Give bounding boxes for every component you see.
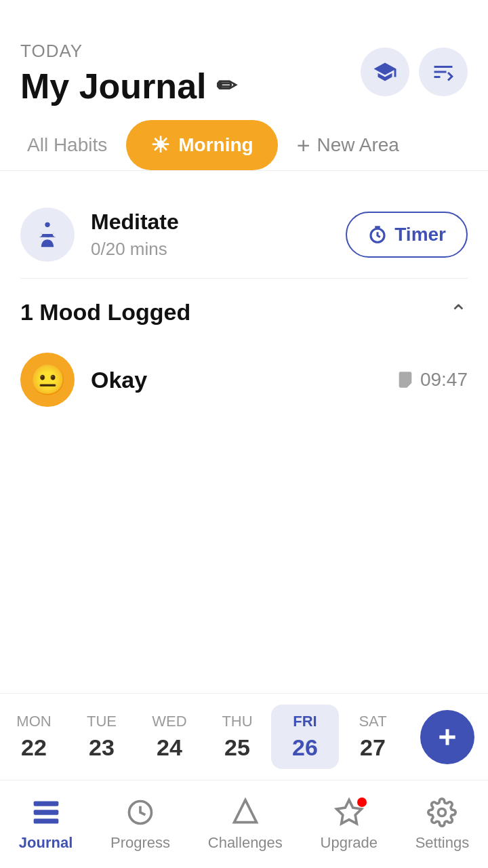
svg-marker-8 — [234, 800, 256, 822]
page-title: My Journal ✏ — [20, 66, 237, 106]
cal-day-num: 26 — [292, 734, 318, 761]
tab-morning-label: Morning — [178, 134, 253, 156]
nav-item-upgrade[interactable]: Upgrade — [321, 797, 378, 852]
today-label: TODAY — [20, 41, 237, 62]
timer-label: Timer — [394, 224, 446, 245]
settings-nav-label: Settings — [415, 834, 470, 852]
upgrade-nav-label: Upgrade — [321, 834, 378, 852]
cal-day-label: MON — [16, 713, 51, 730]
sort-icon — [431, 60, 455, 84]
svg-point-10 — [439, 808, 446, 816]
habit-item-meditate: Meditate 0/20 mins Timer — [20, 191, 468, 279]
sort-button[interactable] — [419, 47, 468, 96]
plus-icon: + — [297, 132, 310, 159]
mood-time: 09:47 — [396, 369, 468, 391]
calendar-strip: MON 22 TUE 23 WED 24 THU 25 FRI 26 SAT 2… — [0, 693, 488, 780]
journal-icon-wrap — [31, 797, 61, 830]
cal-day-num: 27 — [360, 734, 386, 761]
mood-timestamp: 09:47 — [420, 369, 468, 391]
new-area-label: New Area — [317, 134, 399, 156]
tab-morning[interactable]: ☀ Morning — [126, 120, 277, 170]
svg-rect-6 — [33, 818, 58, 823]
nav-item-journal[interactable]: Journal — [19, 797, 73, 852]
habit-name: Meditate — [91, 210, 329, 235]
habit-icon-wrap — [20, 208, 75, 262]
mood-emoji: 😐 — [20, 353, 75, 407]
cal-day-num: 24 — [157, 734, 182, 761]
note-icon — [396, 370, 415, 389]
cal-day-24[interactable]: WED 24 — [136, 705, 203, 769]
mood-section-header[interactable]: 1 Mood Logged ⌃ — [20, 279, 468, 339]
bottom-nav: Journal Progress Challenges Upgrade — [0, 780, 488, 868]
timer-icon — [367, 224, 388, 245]
challenges-icon-wrap — [230, 797, 260, 830]
upgrade-icon-wrap — [334, 797, 364, 830]
nav-item-challenges[interactable]: Challenges — [208, 797, 283, 852]
graduation-cap-button[interactable] — [361, 47, 409, 96]
journal-title: My Journal — [20, 66, 207, 106]
journal-nav-label: Journal — [19, 834, 73, 852]
upgrade-dot — [357, 797, 367, 807]
content-area: Meditate 0/20 mins Timer 1 Mood Logged ⌃… — [0, 171, 488, 441]
settings-icon-wrap — [427, 797, 457, 830]
chevron-up-icon: ⌃ — [449, 300, 468, 326]
add-entry-button[interactable] — [420, 710, 474, 764]
progress-icon-wrap — [125, 797, 155, 830]
cal-day-label: FRI — [293, 713, 317, 730]
mood-label: Okay — [91, 367, 380, 393]
timer-button[interactable]: Timer — [346, 212, 468, 258]
header-icons — [361, 47, 468, 96]
header-left: TODAY My Journal ✏ — [20, 41, 237, 106]
cal-day-23[interactable]: TUE 23 — [68, 705, 136, 769]
svg-rect-4 — [33, 801, 58, 806]
challenges-nav-label: Challenges — [208, 834, 283, 852]
tab-new-area[interactable]: + New Area — [283, 123, 413, 168]
cal-day-27[interactable]: SAT 27 — [339, 705, 407, 769]
header: TODAY My Journal ✏ — [0, 0, 488, 120]
svg-rect-5 — [33, 810, 58, 814]
habit-progress: 0/20 mins — [91, 239, 329, 260]
cal-day-num: 23 — [89, 734, 115, 761]
cal-day-label: WED — [152, 713, 186, 730]
habit-info: Meditate 0/20 mins — [91, 210, 329, 260]
cal-day-22[interactable]: MON 22 — [0, 705, 68, 769]
nav-item-progress[interactable]: Progress — [110, 797, 170, 852]
meditation-icon — [33, 220, 62, 250]
graduation-cap-icon — [373, 60, 397, 84]
cal-day-label: TUE — [87, 713, 117, 730]
progress-nav-label: Progress — [110, 834, 170, 852]
edit-icon[interactable]: ✏ — [216, 72, 237, 100]
mood-entry[interactable]: 😐 Okay 09:47 — [20, 339, 468, 420]
mood-logged-text: 1 Mood Logged — [20, 299, 190, 326]
tab-bar: All Habits ☀ Morning + New Area — [0, 120, 488, 171]
cal-day-26[interactable]: FRI 26 — [271, 705, 339, 769]
plus-circle-icon — [434, 724, 461, 751]
calendar-days: MON 22 TUE 23 WED 24 THU 25 FRI 26 SAT 2… — [0, 705, 420, 769]
svg-point-0 — [45, 222, 49, 227]
tab-all-habits[interactable]: All Habits — [14, 125, 121, 165]
cal-day-25[interactable]: THU 25 — [203, 705, 271, 769]
sun-icon: ☀ — [150, 132, 170, 158]
nav-item-settings[interactable]: Settings — [415, 797, 470, 852]
cal-day-label: THU — [222, 713, 252, 730]
cal-day-num: 25 — [224, 734, 250, 761]
cal-day-num: 22 — [21, 734, 47, 761]
cal-day-label: SAT — [359, 713, 386, 730]
